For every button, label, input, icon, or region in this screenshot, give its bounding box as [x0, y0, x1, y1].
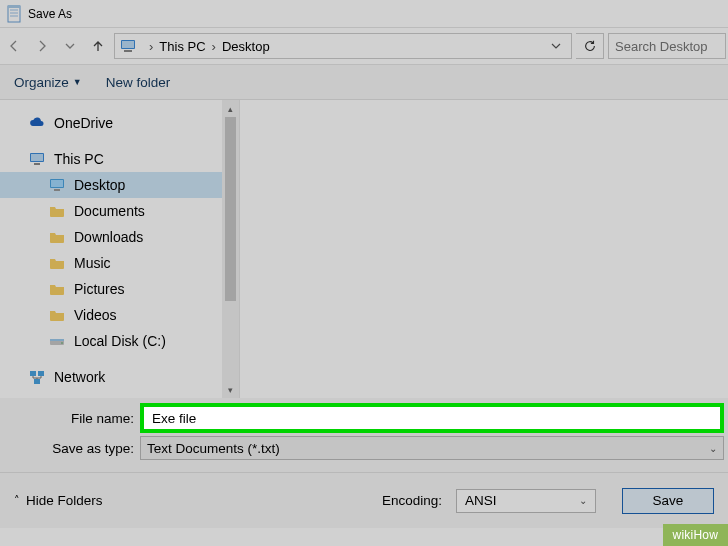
file-name-input[interactable]	[144, 407, 720, 429]
tree-label: Local Disk (C:)	[74, 333, 166, 349]
svg-rect-17	[30, 371, 36, 376]
recent-locations-chevron-icon[interactable]	[56, 32, 84, 60]
svg-rect-10	[34, 163, 40, 165]
save-as-type-value: Text Documents (*.txt)	[147, 441, 280, 456]
title-bar: Save As	[0, 0, 728, 28]
watermark: wikiHow	[663, 524, 728, 546]
network-icon	[28, 368, 46, 386]
pc-icon	[119, 37, 137, 55]
file-name-label: File name:	[4, 411, 140, 426]
tree-item-thispc[interactable]: This PC	[0, 146, 239, 172]
hide-folders-button[interactable]: ˄ Hide Folders	[14, 493, 103, 508]
svg-rect-19	[34, 379, 40, 384]
address-crumb-root[interactable]: This PC	[159, 39, 205, 54]
tree-label: Pictures	[74, 281, 125, 297]
up-button[interactable]	[84, 32, 112, 60]
folder-icon	[48, 280, 66, 298]
tree-label: This PC	[54, 151, 104, 167]
forward-button[interactable]	[28, 32, 56, 60]
folder-icon	[48, 306, 66, 324]
pc-icon	[28, 150, 46, 168]
address-sep-icon: ›	[212, 39, 216, 54]
tree-label: Music	[74, 255, 111, 271]
tree-item-localdisk[interactable]: Local Disk (C:)	[0, 328, 239, 354]
navigation-row: › This PC › Desktop Search Desktop	[0, 28, 728, 64]
save-button[interactable]: Save	[622, 488, 714, 514]
navigation-pane: OneDrive This PC Desktop Documents Downl…	[0, 100, 240, 398]
tree-label: Network	[54, 369, 105, 385]
svg-rect-4	[8, 5, 20, 8]
window-title: Save As	[28, 7, 72, 21]
scroll-down-icon[interactable]: ▾	[222, 381, 239, 398]
tree-label: OneDrive	[54, 115, 113, 131]
tree-label: Videos	[74, 307, 117, 323]
address-dropdown-icon[interactable]	[545, 41, 567, 51]
tree-item-downloads[interactable]: Downloads	[0, 224, 239, 250]
toolbar: Organize ▼ New folder	[0, 64, 728, 100]
dropdown-caret-icon: ▼	[73, 77, 82, 87]
tree-item-videos[interactable]: Videos	[0, 302, 239, 328]
scrollbar[interactable]: ▴ ▾	[222, 100, 239, 398]
new-folder-button[interactable]: New folder	[106, 75, 171, 90]
save-fields: File name: Save as type: Text Documents …	[0, 398, 728, 472]
tree-item-desktop[interactable]: Desktop	[0, 172, 239, 198]
folder-icon	[48, 202, 66, 220]
chevron-up-icon: ˄	[14, 494, 20, 507]
tree-label: Desktop	[74, 177, 125, 193]
notepad-icon	[6, 4, 22, 24]
hide-folders-label: Hide Folders	[26, 493, 103, 508]
svg-rect-9	[31, 154, 43, 161]
tree-label: Documents	[74, 203, 145, 219]
chevron-down-icon: ⌄	[579, 495, 587, 506]
svg-rect-7	[124, 50, 132, 52]
drive-icon	[48, 332, 66, 350]
body: OneDrive This PC Desktop Documents Downl…	[0, 100, 728, 398]
svg-rect-6	[122, 41, 134, 48]
dialog-footer: ˄ Hide Folders Encoding: ANSI ⌄ Save	[0, 472, 728, 528]
folder-icon	[48, 228, 66, 246]
svg-rect-18	[38, 371, 44, 376]
encoding-select[interactable]: ANSI ⌄	[456, 489, 596, 513]
save-as-type-select[interactable]: Text Documents (*.txt) ⌄	[140, 436, 724, 460]
tree-item-pictures[interactable]: Pictures	[0, 276, 239, 302]
encoding-label: Encoding:	[382, 493, 442, 508]
svg-rect-12	[51, 180, 63, 187]
organize-button[interactable]: Organize ▼	[14, 75, 82, 90]
address-crumb-current[interactable]: Desktop	[222, 39, 270, 54]
scroll-up-icon[interactable]: ▴	[222, 100, 239, 117]
address-sep-icon: ›	[149, 39, 153, 54]
search-placeholder: Search Desktop	[615, 39, 708, 54]
tree-item-network[interactable]: Network	[0, 364, 239, 390]
tree-item-music[interactable]: Music	[0, 250, 239, 276]
tree-item-documents[interactable]: Documents	[0, 198, 239, 224]
save-button-label: Save	[653, 493, 684, 508]
svg-rect-13	[54, 189, 60, 191]
folder-icon	[48, 254, 66, 272]
search-input[interactable]: Search Desktop	[608, 33, 726, 59]
svg-rect-0	[8, 6, 20, 22]
encoding-value: ANSI	[465, 493, 497, 508]
desktop-icon	[48, 176, 66, 194]
svg-rect-15	[50, 339, 64, 341]
tree-item-onedrive[interactable]: OneDrive	[0, 110, 239, 136]
scroll-thumb[interactable]	[225, 117, 236, 301]
chevron-down-icon: ⌄	[709, 443, 717, 454]
save-as-type-label: Save as type:	[4, 441, 140, 456]
file-name-highlight	[140, 403, 724, 433]
content-pane[interactable]	[240, 100, 728, 398]
svg-point-16	[61, 342, 63, 344]
cloud-icon	[28, 114, 46, 132]
back-button[interactable]	[0, 32, 28, 60]
tree-label: Downloads	[74, 229, 143, 245]
organize-label: Organize	[14, 75, 69, 90]
address-bar[interactable]: › This PC › Desktop	[114, 33, 572, 59]
refresh-button[interactable]	[576, 33, 604, 59]
